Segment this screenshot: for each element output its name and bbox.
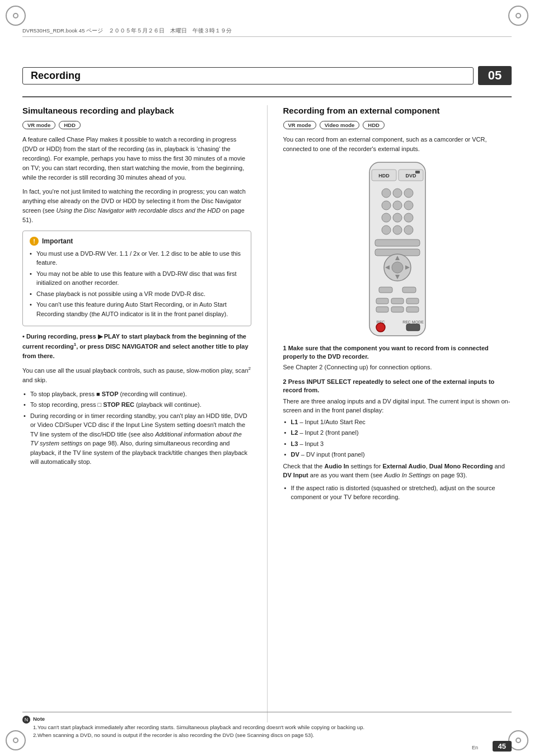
during-recording-text: • During recording, press ▶ PLAY to star… <box>22 332 251 361</box>
header-divider <box>22 96 512 97</box>
svg-point-17 <box>404 226 413 234</box>
corner-decoration-tr <box>508 6 528 26</box>
important-label: Important <box>42 237 73 245</box>
playback-bullet-3: During recording or in timer recording s… <box>22 411 251 467</box>
step2-title: 2 Press INPUT SELECT repeatedly to selec… <box>283 378 512 395</box>
remote-illustration: HDD DVD <box>283 159 512 339</box>
svg-point-9 <box>382 201 391 210</box>
step2-bullet-l1: L1 – Input 1/Auto Start Rec <box>283 417 512 427</box>
svg-rect-29 <box>391 298 404 304</box>
corner-inner-br <box>516 738 521 743</box>
svg-rect-26 <box>379 287 392 293</box>
page-number: 45 <box>493 741 512 752</box>
right-badge-row: VR mode Video mode HDD <box>283 121 512 129</box>
svg-point-15 <box>382 226 391 234</box>
svg-point-10 <box>393 201 402 210</box>
step2-bullet-dv: DV – DV input (front panel) <box>283 450 512 459</box>
svg-point-7 <box>393 189 402 198</box>
svg-point-6 <box>382 189 391 198</box>
note-row: N Note 1.You can't start playback immedi… <box>22 715 512 739</box>
important-bullet-3: Chase playback is not possible using a V… <box>30 289 244 299</box>
step-2: 2 Press INPUT SELECT repeatedly to selec… <box>283 378 512 502</box>
svg-point-11 <box>404 201 413 210</box>
note-line-2: 2.When scanning a DVD, no sound is outpu… <box>33 731 364 739</box>
badge-video-mode: Video mode <box>320 121 360 129</box>
chapter-title: Recording <box>22 67 474 84</box>
playback-sub-bullets: To stop playback, press ■ STOP (recordin… <box>22 389 251 467</box>
badge-vr-mode: VR mode <box>22 121 55 129</box>
remote-svg: HDD DVD <box>347 159 448 339</box>
step2-aspect-bullet: If the aspect ratio is distorted (squash… <box>283 483 512 502</box>
during-recording-section: • During recording, press ▶ PLAY to star… <box>22 332 251 467</box>
svg-point-13 <box>393 213 402 222</box>
left-badge-row: VR mode HDD <box>22 121 251 129</box>
svg-rect-33 <box>406 307 419 312</box>
main-content: Simultaneous recording and playback VR m… <box>22 105 512 722</box>
note-icon: N <box>22 716 30 724</box>
svg-rect-32 <box>391 307 404 312</box>
corner-inner-tl <box>13 13 18 18</box>
svg-rect-31 <box>376 307 388 312</box>
svg-rect-28 <box>376 298 388 304</box>
en-label: En <box>472 745 478 750</box>
playback-bullet-1: To stop playback, press ■ STOP (recordin… <box>22 389 251 399</box>
right-column: Recording from an external component VR … <box>283 105 512 722</box>
svg-point-21 <box>392 262 403 273</box>
important-bullet-2: You may not be able to use this feature … <box>30 269 244 288</box>
svg-point-16 <box>393 226 402 234</box>
playback-bullet-2: To stop recording, press □ STOP REC (pla… <box>22 400 251 410</box>
important-icon: ! <box>30 237 39 246</box>
svg-rect-18 <box>375 240 420 246</box>
file-info-text: DVR530HS_RDR.book 45 ページ ２００５年５月２６日 木曜日 … <box>22 27 232 35</box>
note-content: Note 1.You can't start playback immediat… <box>33 715 364 739</box>
svg-point-36 <box>376 323 385 332</box>
corner-decoration-tl <box>6 6 26 26</box>
svg-point-8 <box>404 189 413 198</box>
svg-text:HDD: HDD <box>378 173 390 179</box>
step2-aspect-bullets: If the aspect ratio is distorted (squash… <box>283 483 512 502</box>
step2-check: Check that the Audio In settings for Ext… <box>283 462 512 480</box>
corner-inner-bl <box>13 738 18 743</box>
left-intro-para2: In fact, you're not just limited to watc… <box>22 187 251 225</box>
note-title: Note <box>33 715 364 723</box>
note-line-1: 1.You can't start playback immediately a… <box>33 724 364 731</box>
left-column: Simultaneous recording and playback VR m… <box>22 105 251 722</box>
right-section-title: Recording from an external component <box>283 105 512 116</box>
svg-rect-30 <box>406 298 419 304</box>
important-bullets: You must use a DVD-RW Ver. 1.1 / 2x or V… <box>30 249 244 319</box>
step2-body: There are three analog inputs and a DV d… <box>283 397 512 415</box>
step2-bullets: L1 – Input 1/Auto Start Rec L2 – Input 2… <box>283 417 512 459</box>
svg-rect-27 <box>402 287 416 293</box>
note-bar: N Note 1.You can't start playback immedi… <box>22 712 512 739</box>
svg-point-14 <box>404 213 413 222</box>
chapter-number: 05 <box>478 66 512 85</box>
svg-rect-37 <box>406 324 420 331</box>
svg-text:DVD: DVD <box>405 173 416 179</box>
right-intro-text: You can record from an external componen… <box>283 135 512 154</box>
chapter-header: Recording 05 <box>22 66 512 85</box>
badge-hdd: HDD <box>59 121 81 129</box>
important-title: ! Important <box>30 237 244 246</box>
important-bullet-4: You can't use this feature during Auto S… <box>30 300 244 318</box>
column-divider <box>267 105 268 722</box>
svg-point-12 <box>382 213 391 222</box>
badge-vr-mode-right: VR mode <box>283 121 316 129</box>
svg-rect-5 <box>415 171 420 173</box>
file-info-bar: DVR530HS_RDR.book 45 ページ ２００５年５月２６日 木曜日 … <box>22 27 512 37</box>
left-intro-para1: A feature called Chase Play makes it pos… <box>22 135 251 182</box>
step2-bullet-l3: L3 – Input 3 <box>283 439 512 449</box>
step1-title: 1 Make sure that the component you want … <box>283 344 512 361</box>
important-bullet-1: You must use a DVD-RW Ver. 1.1 / 2x or V… <box>30 249 244 267</box>
step1-body: See Chapter 2 (Connecting up) for connec… <box>283 363 512 372</box>
step2-bullet-l2: L2 – Input 2 (front panel) <box>283 428 512 438</box>
left-section-title: Simultaneous recording and playback <box>22 105 251 116</box>
corner-inner-tr <box>516 13 521 18</box>
playback-controls-text: You can use all the usual playback contr… <box>22 365 251 385</box>
step-1: 1 Make sure that the component you want … <box>283 344 512 372</box>
important-box: ! Important You must use a DVD-RW Ver. 1… <box>22 231 251 327</box>
badge-hdd-right: HDD <box>363 121 385 129</box>
svg-text:REC MODE: REC MODE <box>402 320 424 324</box>
